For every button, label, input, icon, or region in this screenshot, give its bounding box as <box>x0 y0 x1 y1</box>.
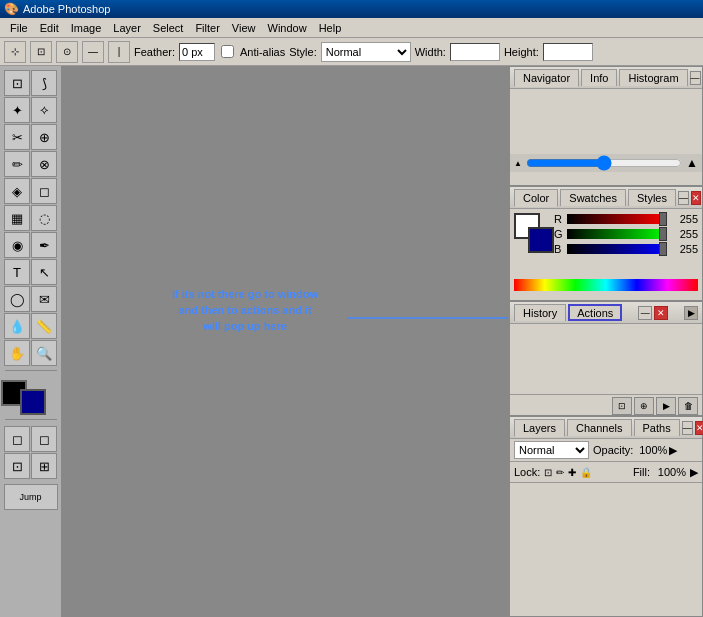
single-col-btn[interactable]: | <box>108 41 130 63</box>
tool-text[interactable]: T <box>4 259 30 285</box>
zoom-out-icon[interactable]: ▲ <box>514 159 522 168</box>
rect-marquee-btn[interactable]: ⊡ <box>30 41 52 63</box>
tool-edit-mode[interactable]: ◻ <box>31 426 57 452</box>
tool-imageready[interactable]: Jump <box>4 484 58 510</box>
color-panel-header: Color Swatches Styles — ✕ ▶ <box>510 187 702 209</box>
tool-marquee[interactable]: ⊡ <box>4 70 30 96</box>
tool-shape[interactable]: ◯ <box>4 286 30 312</box>
lock-position-icon[interactable]: ✚ <box>568 467 576 478</box>
tab-actions[interactable]: Actions <box>568 304 622 321</box>
style-label: Style: <box>289 46 317 58</box>
tool-brush[interactable]: ✏ <box>4 151 30 177</box>
color-minimize[interactable]: — <box>678 191 689 205</box>
tool-blur[interactable]: ◌ <box>31 205 57 231</box>
channel-r-bar[interactable] <box>567 214 667 224</box>
color-fg-bg-swatches[interactable] <box>514 213 550 273</box>
channel-b-bar[interactable] <box>567 244 667 254</box>
navigator-panel: Navigator Info Histogram — ✕ ▶ ▲ ▲ <box>509 66 703 186</box>
tab-paths[interactable]: Paths <box>634 419 680 436</box>
height-input[interactable] <box>543 43 593 61</box>
fill-arrow[interactable]: ▶ <box>690 466 698 479</box>
history-btn-3[interactable]: ▶ <box>656 397 676 415</box>
tool-screen-mode[interactable]: ⊡ <box>4 453 30 479</box>
color-swatches[interactable] <box>6 375 56 415</box>
tab-layers[interactable]: Layers <box>514 419 565 437</box>
lock-all-icon[interactable]: 🔒 <box>580 467 592 478</box>
feather-input[interactable] <box>179 43 215 61</box>
layers-minimize[interactable]: — <box>682 421 693 435</box>
tool-hand[interactable]: ✋ <box>4 340 30 366</box>
tab-history[interactable]: History <box>514 304 566 321</box>
menu-layer[interactable]: Layer <box>107 22 147 34</box>
tool-history-brush[interactable]: ◈ <box>4 178 30 204</box>
history-options[interactable]: ▶ <box>684 306 698 320</box>
tool-heal[interactable]: ⊕ <box>31 124 57 150</box>
tool-measure[interactable]: 📏 <box>31 313 57 339</box>
tool-notes[interactable]: ✉ <box>31 286 57 312</box>
menu-view[interactable]: View <box>226 22 262 34</box>
tool-pen[interactable]: ✒ <box>31 232 57 258</box>
layers-lock-row: Lock: ⊡ ✏ ✚ 🔒 Fill: ▶ <box>510 462 702 483</box>
tool-eraser[interactable]: ◻ <box>31 178 57 204</box>
tool-eyedropper[interactable]: 💧 <box>4 313 30 339</box>
tab-info[interactable]: Info <box>581 69 617 86</box>
color-background-swatch[interactable] <box>528 227 554 253</box>
channel-r-value: 255 <box>670 213 698 225</box>
color-spectrum[interactable] <box>514 279 698 291</box>
layers-panel: Layers Channels Paths — ✕ ▶ Normal Opaci… <box>509 416 703 617</box>
tool-zoom[interactable]: 🔍 <box>31 340 57 366</box>
blend-mode-select[interactable]: Normal <box>514 441 589 459</box>
tab-navigator[interactable]: Navigator <box>514 69 579 87</box>
navigator-minimize[interactable]: — <box>690 71 701 85</box>
tab-swatches[interactable]: Swatches <box>560 189 626 206</box>
history-close[interactable]: ✕ <box>654 306 668 320</box>
tool-gradient[interactable]: ▦ <box>4 205 30 231</box>
background-color[interactable] <box>20 389 46 415</box>
zoom-in-icon[interactable]: ▲ <box>686 156 698 170</box>
layers-close[interactable]: ✕ <box>695 421 703 435</box>
menu-filter[interactable]: Filter <box>189 22 225 34</box>
ellipse-marquee-btn[interactable]: ⊙ <box>56 41 78 63</box>
style-select[interactable]: Normal <box>321 42 411 62</box>
history-minimize[interactable]: — <box>638 306 652 320</box>
tool-crop[interactable]: ⟡ <box>31 97 57 123</box>
tab-color[interactable]: Color <box>514 189 558 207</box>
tab-styles[interactable]: Styles <box>628 189 676 206</box>
channel-g-bar[interactable] <box>567 229 667 239</box>
zoom-slider[interactable] <box>526 159 682 167</box>
tool-full-screen[interactable]: ⊞ <box>31 453 57 479</box>
tool-preset-btn[interactable]: ⊹ <box>4 41 26 63</box>
opacity-input[interactable] <box>635 442 667 458</box>
tool-stamp[interactable]: ⊗ <box>31 151 57 177</box>
tool-dodge[interactable]: ◉ <box>4 232 30 258</box>
tab-channels[interactable]: Channels <box>567 419 631 436</box>
lock-transparency-icon[interactable]: ⊡ <box>544 467 552 478</box>
tool-magic-wand[interactable]: ✦ <box>4 97 30 123</box>
width-input[interactable] <box>450 43 500 61</box>
annotation-line2: and then to actions and it <box>172 302 318 318</box>
fill-input[interactable] <box>654 464 686 480</box>
options-bar: ⊹ ⊡ ⊙ — | Feather: Anti-alias Style: Nor… <box>0 38 703 66</box>
single-row-btn[interactable]: — <box>82 41 104 63</box>
lock-image-icon[interactable]: ✏ <box>556 467 564 478</box>
menu-image[interactable]: Image <box>65 22 108 34</box>
menu-edit[interactable]: Edit <box>34 22 65 34</box>
tool-select-path[interactable]: ↖ <box>31 259 57 285</box>
antialias-checkbox[interactable] <box>221 45 234 58</box>
annotation-line3: will pop up here <box>172 318 318 334</box>
opacity-arrow[interactable]: ▶ <box>669 444 677 457</box>
tool-quick-mask[interactable]: ◻ <box>4 426 30 452</box>
history-btn-1[interactable]: ⊡ <box>612 397 632 415</box>
color-content: R 255 G 255 <box>510 209 702 277</box>
tool-lasso[interactable]: ⟆ <box>31 70 57 96</box>
color-close[interactable]: ✕ <box>691 191 701 205</box>
menu-window[interactable]: Window <box>262 22 313 34</box>
history-delete-btn[interactable]: 🗑 <box>678 397 698 415</box>
history-btn-2[interactable]: ⊕ <box>634 397 654 415</box>
menu-file[interactable]: File <box>4 22 34 34</box>
channel-b-value: 255 <box>670 243 698 255</box>
menu-select[interactable]: Select <box>147 22 190 34</box>
menu-help[interactable]: Help <box>313 22 348 34</box>
tab-histogram[interactable]: Histogram <box>619 69 687 86</box>
tool-slice[interactable]: ✂ <box>4 124 30 150</box>
